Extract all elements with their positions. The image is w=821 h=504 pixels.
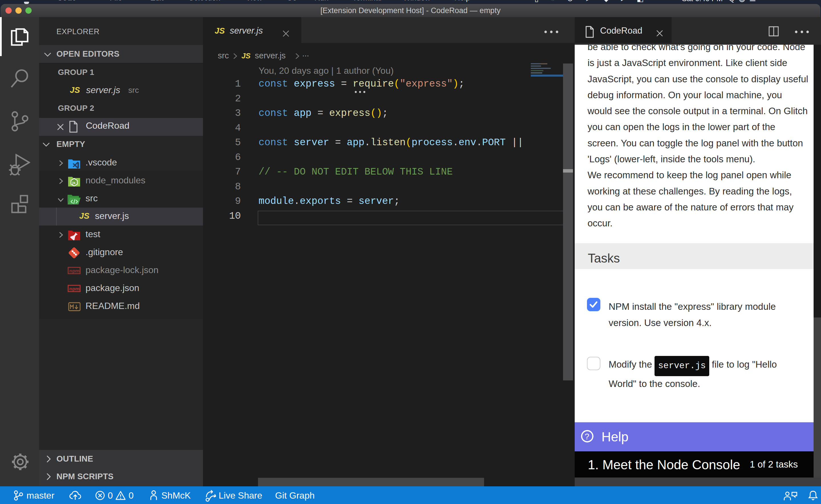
svg-text:?: ? <box>585 432 589 441</box>
svg-text:npm: npm <box>69 268 79 274</box>
svg-text:npm: npm <box>69 286 79 292</box>
svg-text:js: js <box>72 181 75 185</box>
